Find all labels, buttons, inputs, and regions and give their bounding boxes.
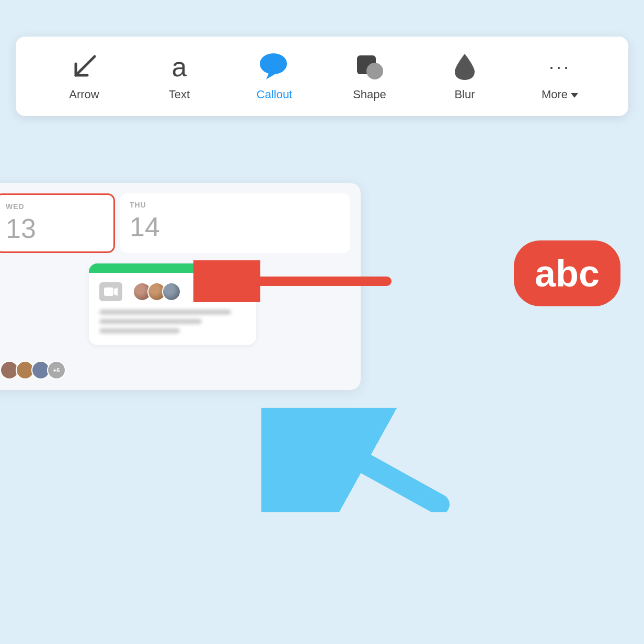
callout-text-bubble: abc xyxy=(514,240,620,306)
text-icon-area: a xyxy=(164,51,195,83)
svg-point-4 xyxy=(366,63,383,79)
svg-line-0 xyxy=(76,56,95,75)
blur-label: Blur xyxy=(454,88,475,101)
small-avatar-plus: +6 xyxy=(47,361,66,380)
blur-line-3 xyxy=(99,328,180,334)
blur-line-2 xyxy=(99,319,202,324)
toolbar: Arrow a Text Callout Shape xyxy=(16,37,628,116)
callout-icon-area xyxy=(259,51,290,83)
bottom-avatars: +6 xyxy=(0,361,350,380)
thu-day-column: THU 14 xyxy=(120,193,350,253)
svg-rect-5 xyxy=(104,288,113,296)
toolbar-item-blur[interactable]: Blur xyxy=(441,51,488,101)
arrow-label: Arrow xyxy=(69,88,99,101)
blur-line-1 xyxy=(99,309,231,315)
video-camera-icon xyxy=(104,286,118,297)
shape-icon-area xyxy=(354,51,385,83)
event-blurred-text xyxy=(99,309,246,334)
video-icon xyxy=(99,282,122,301)
more-label: More xyxy=(542,88,568,101)
toolbar-item-shape[interactable]: Shape xyxy=(346,51,393,101)
shape-icon xyxy=(355,53,384,80)
toolbar-item-text[interactable]: a Text xyxy=(156,51,203,101)
more-icon-area: ··· xyxy=(544,51,576,83)
svg-point-1 xyxy=(260,53,287,74)
callout-label: Callout xyxy=(257,88,292,101)
attendee-avatars xyxy=(133,282,181,301)
wed-day-column: WED 13 xyxy=(0,193,115,253)
blue-arrow xyxy=(261,408,450,512)
shape-label: Shape xyxy=(353,88,386,101)
text-label: Text xyxy=(169,88,190,101)
more-label-wrap: More xyxy=(542,88,578,101)
toolbar-item-more[interactable]: ··· More xyxy=(536,51,583,101)
more-dots-icon: ··· xyxy=(549,56,571,78)
red-arrow xyxy=(193,260,392,302)
toolbar-item-callout[interactable]: Callout xyxy=(251,51,298,101)
arrow-icon xyxy=(71,53,98,80)
blur-icon-area xyxy=(449,51,480,83)
wed-day-number: 13 xyxy=(6,213,104,244)
toolbar-item-arrow[interactable]: Arrow xyxy=(61,51,108,101)
arrow-icon-area xyxy=(68,51,100,83)
red-callout-bubble: abc xyxy=(514,240,620,306)
wed-label: WED xyxy=(6,202,104,211)
calendar-grid: WED 13 THU 14 xyxy=(0,193,350,253)
avatar-3 xyxy=(162,282,181,301)
thu-label: THU xyxy=(130,201,341,209)
callout-text: abc xyxy=(535,252,600,294)
text-icon: a xyxy=(172,53,187,80)
blur-icon xyxy=(454,53,476,81)
chevron-down-icon xyxy=(571,93,578,98)
svg-marker-6 xyxy=(114,288,118,296)
callout-icon xyxy=(259,52,290,82)
thu-day-number: 14 xyxy=(130,211,341,243)
